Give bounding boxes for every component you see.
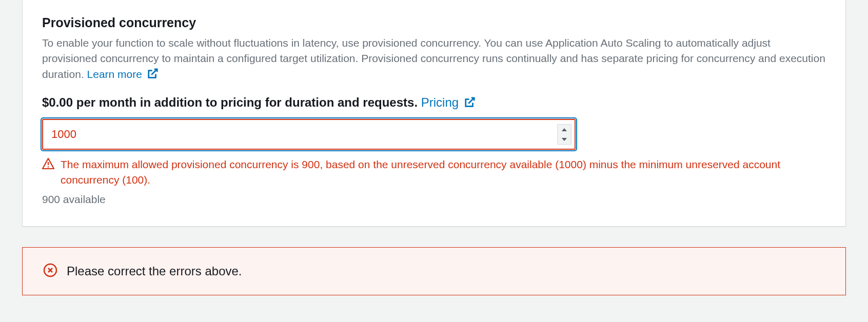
section-description-text: To enable your function to scale without…: [42, 37, 825, 80]
pricing-link-label: Pricing: [421, 95, 459, 109]
svg-point-1: [48, 167, 49, 168]
available-hint: 900 available: [42, 193, 826, 206]
field-error-text: The maximum allowed provisioned concurre…: [61, 157, 826, 187]
pricing-line: $0.00 per month in addition to pricing f…: [42, 95, 826, 111]
section-description: To enable your function to scale without…: [42, 35, 826, 83]
error-alert: Please correct the errors above.: [22, 247, 846, 295]
pricing-text: $0.00 per month in addition to pricing f…: [42, 95, 418, 109]
external-link-icon: [464, 96, 476, 111]
section-title: Provisioned concurrency: [42, 15, 826, 30]
error-circle-icon: [43, 263, 57, 279]
provisioned-concurrency-card: Provisioned concurrency To enable your f…: [22, 0, 846, 227]
number-stepper: [557, 124, 571, 145]
error-alert-message: Please correct the errors above.: [67, 264, 242, 278]
concurrency-input[interactable]: [42, 119, 576, 150]
concurrency-input-wrap: [42, 119, 576, 150]
stepper-down-button[interactable]: [558, 134, 571, 144]
warning-triangle-icon: [42, 158, 54, 187]
stepper-up-button[interactable]: [558, 125, 571, 134]
external-link-icon: [147, 68, 159, 83]
learn-more-label: Learn more: [87, 68, 142, 80]
field-error: The maximum allowed provisioned concurre…: [42, 157, 826, 187]
learn-more-link[interactable]: Learn more: [87, 68, 159, 80]
pricing-link[interactable]: Pricing: [421, 95, 476, 109]
